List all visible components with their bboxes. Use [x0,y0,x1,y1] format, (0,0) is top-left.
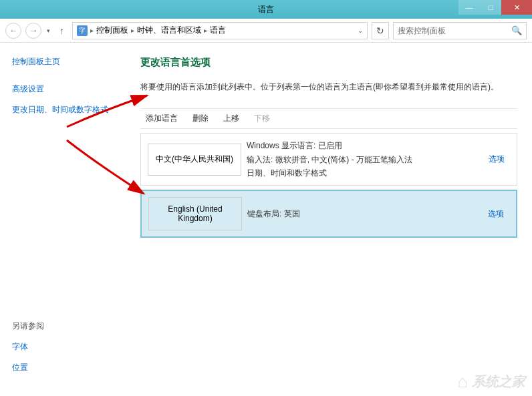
breadcrumb-item[interactable]: 控制面板 [96,25,128,36]
breadcrumb-separator: ▸ [131,27,134,34]
move-up-button[interactable]: 上移 [223,113,239,124]
refresh-button[interactable]: ↻ [372,22,389,39]
control-panel-home-link[interactable]: 控制面板主页 [12,56,122,67]
language-options-link[interactable]: 选项 [477,154,517,165]
language-detail-line: Windows 显示语言: 已启用 [247,139,477,152]
back-button[interactable]: ← [5,23,21,39]
up-button[interactable]: ↑ [55,25,68,36]
search-box[interactable]: 🔍 [393,22,527,39]
move-down-button[interactable]: 下移 [254,113,270,124]
language-details: 键盘布局: 英国 [247,202,476,226]
add-language-button[interactable]: 添加语言 [146,113,178,124]
history-dropdown[interactable]: ▾ [45,27,51,34]
language-detail-line: 日期、时间和数字格式 [247,166,477,180]
window-title: 语言 [258,4,274,15]
sidebar-link-location[interactable]: 位置 [12,362,122,373]
forward-button[interactable]: → [25,23,41,39]
search-icon: 🔍 [511,25,522,35]
language-list: 中文(中华人民共和国) Windows 显示语言: 已启用 输入法: 微软拼音,… [140,133,517,238]
navbar: ← → ▾ ↑ 字 ▸ 控制面板 ▸ 时钟、语言和区域 ▸ 语言 ⌄ ↻ 🔍 [0,19,532,43]
language-name: English (United Kingdom) [148,197,242,230]
content-area: 控制面板主页 高级设置 更改日期、时间或数字格式 另请参阅 字体 位置 更改语言… [0,43,532,396]
language-details: Windows 显示语言: 已启用 输入法: 微软拼音, 中文(简体) - 万能… [247,134,477,185]
breadcrumb-separator: ▸ [204,27,207,34]
sidebar: 控制面板主页 高级设置 更改日期、时间或数字格式 另请参阅 字体 位置 [0,43,134,396]
language-detail-line: 输入法: 微软拼音, 中文(简体) - 万能五笔输入法 [247,153,477,166]
watermark-icon: ⌂ [457,371,468,392]
remove-language-button[interactable]: 删除 [192,113,209,124]
sidebar-link-fonts[interactable]: 字体 [12,341,122,353]
sidebar-link-advanced[interactable]: 高级设置 [12,83,122,95]
minimize-button[interactable]: — [458,0,480,15]
see-also-heading: 另请参阅 [12,321,122,332]
window-controls: — □ ✕ [458,0,532,15]
breadcrumb-item[interactable]: 语言 [210,25,226,36]
language-row[interactable]: English (United Kingdom) 键盘布局: 英国 选项 [140,190,517,238]
search-input[interactable] [398,26,511,35]
close-button[interactable]: ✕ [501,0,532,15]
language-detail-line: 键盘布局: 英国 [247,207,476,220]
page-description: 将要使用的语言添加到此列表中。位于列表第一位的语言为主语言(即你希望看到并最常使… [140,81,517,93]
language-name: 中文(中华人民共和国) [148,144,241,176]
breadcrumb-item[interactable]: 时钟、语言和区域 [137,25,201,36]
page-title: 更改语言首选项 [140,56,517,69]
watermark: ⌂ 系统之家 [457,371,525,392]
language-toolbar: 添加语言 删除 上移 下移 [140,108,517,129]
main-panel: 更改语言首选项 将要使用的语言添加到此列表中。位于列表第一位的语言为主语言(即你… [134,43,532,396]
breadcrumb-bar[interactable]: 字 ▸ 控制面板 ▸ 时钟、语言和区域 ▸ 语言 ⌄ [72,22,368,39]
language-options-link[interactable]: 选项 [476,208,516,220]
sidebar-link-datetime[interactable]: 更改日期、时间或数字格式 [12,104,122,116]
maximize-button[interactable]: □ [480,0,501,15]
language-row[interactable]: 中文(中华人民共和国) Windows 显示语言: 已启用 输入法: 微软拼音,… [140,133,517,186]
breadcrumb-dropdown[interactable]: ⌄ [358,27,363,34]
titlebar: 语言 — □ ✕ [0,0,532,19]
breadcrumb-separator: ▸ [90,27,94,34]
control-panel-icon: 字 [77,25,88,36]
watermark-text: 系统之家 [472,373,525,391]
